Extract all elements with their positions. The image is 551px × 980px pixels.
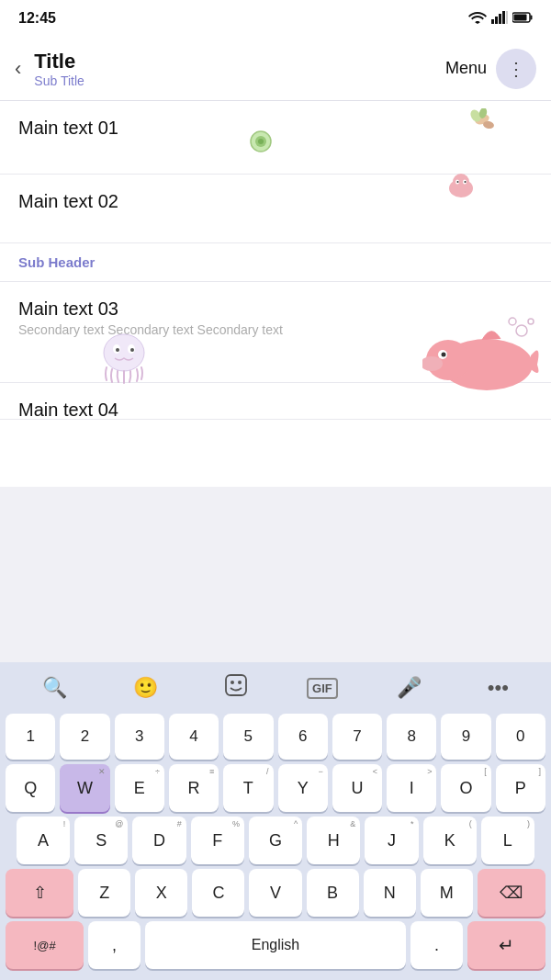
status-time: 12:45 xyxy=(18,10,56,27)
key-r[interactable]: R≡ xyxy=(169,764,219,812)
list-item-1[interactable]: Main text 01 xyxy=(0,101,551,175)
key-j[interactable]: J* xyxy=(365,817,418,864)
svg-point-23 xyxy=(128,344,135,354)
keyboard-container: 🔍 🙂 GIF 🎤 ••• 1 2 3 4 5 6 7 8 9 0 Q W✕ xyxy=(0,662,551,980)
key-s[interactable]: S@ xyxy=(74,817,128,864)
mic-toolbar-btn[interactable]: 🎤 xyxy=(389,672,429,704)
header-subtitle: Sub Title xyxy=(34,73,445,88)
key-y[interactable]: Y− xyxy=(278,764,328,812)
key-4[interactable]: 4 xyxy=(169,714,219,760)
sub-header: Sub Header xyxy=(0,243,551,282)
zxcv-row: ⇧ Z X C V B N M ⌫ xyxy=(0,869,551,917)
key-5[interactable]: 5 xyxy=(223,714,273,760)
svg-point-36 xyxy=(238,681,242,684)
list-item-1-text: Main text 01 xyxy=(18,118,533,139)
key-p[interactable]: P] xyxy=(496,764,545,812)
app-header: ‹ Title Sub Title Menu ⋮ xyxy=(0,37,551,101)
key-i[interactable]: I> xyxy=(387,764,436,812)
bottom-row: !@# , English . ↵ xyxy=(0,921,551,969)
key-3[interactable]: 3 xyxy=(115,714,164,760)
status-icons xyxy=(468,11,533,27)
key-o[interactable]: O[ xyxy=(441,764,490,812)
svg-rect-6 xyxy=(531,15,533,19)
qwerty-row: Q W✕ E÷ R≡ T/ Y− U< I> O[ P] xyxy=(0,764,551,812)
list-item-2[interactable]: Main text 02 xyxy=(0,175,551,243)
svg-point-25 xyxy=(130,348,134,352)
sticker-toolbar-btn[interactable] xyxy=(217,670,255,706)
space-key[interactable]: English xyxy=(145,921,406,969)
list-item-3[interactable]: Main text 03 Secondary text Secondary te… xyxy=(0,282,551,383)
key-8[interactable]: 8 xyxy=(387,714,436,760)
key-m[interactable]: M xyxy=(421,869,473,917)
svg-rect-3 xyxy=(502,11,505,24)
key-k[interactable]: K( xyxy=(423,817,477,864)
svg-point-18 xyxy=(463,180,467,185)
more-toolbar-btn[interactable]: ••• xyxy=(480,672,516,704)
key-v[interactable]: V xyxy=(249,869,301,917)
keyboard-toolbar: 🔍 🙂 GIF 🎤 ••• xyxy=(0,662,551,714)
svg-point-24 xyxy=(116,348,119,352)
asdf-row: A! S@ D# F% G^ H& J* K( L) xyxy=(0,817,551,864)
key-c[interactable]: C xyxy=(192,869,244,917)
sub-header-text: Sub Header xyxy=(18,254,533,270)
svg-point-16 xyxy=(453,174,469,190)
svg-point-22 xyxy=(113,344,120,354)
more-menu-button[interactable]: ⋮ xyxy=(496,49,536,89)
key-z[interactable]: Z xyxy=(78,869,130,917)
key-9[interactable]: 9 xyxy=(441,714,490,760)
back-button[interactable]: ‹ xyxy=(15,57,21,81)
key-w[interactable]: W✕ xyxy=(60,764,109,812)
key-n[interactable]: N xyxy=(364,869,416,917)
svg-point-21 xyxy=(104,334,144,371)
svg-rect-34 xyxy=(226,675,246,695)
list-item-4-text: Main text 04 xyxy=(18,400,533,420)
gif-toolbar-btn[interactable]: GIF xyxy=(307,678,338,699)
emoji-toolbar-btn[interactable]: 🙂 xyxy=(126,672,165,704)
key-f[interactable]: F% xyxy=(191,817,244,864)
content-area: Main text 01 Main text 02 xyxy=(0,101,551,487)
svg-point-17 xyxy=(455,180,459,185)
key-7[interactable]: 7 xyxy=(332,714,382,760)
list-item-3-secondary: Secondary text Secondary text Secondary … xyxy=(18,322,533,337)
battery-icon xyxy=(512,12,533,26)
header-title: Title xyxy=(34,50,445,73)
signal-icon xyxy=(491,11,508,27)
key-1[interactable]: 1 xyxy=(6,714,55,760)
key-l[interactable]: L) xyxy=(481,817,534,864)
shift-key[interactable]: ⇧ xyxy=(6,869,73,917)
key-h[interactable]: H& xyxy=(307,817,360,864)
svg-rect-7 xyxy=(514,14,527,20)
key-x[interactable]: X xyxy=(135,869,187,917)
list-item-4[interactable]: Main text 04 xyxy=(0,383,551,420)
key-d[interactable]: D# xyxy=(132,817,186,864)
comma-key[interactable]: , xyxy=(88,921,141,969)
number-row: 1 2 3 4 5 6 7 8 9 0 xyxy=(0,714,551,760)
svg-point-27 xyxy=(426,340,470,380)
svg-point-29 xyxy=(438,350,447,359)
svg-point-19 xyxy=(457,181,459,183)
key-b[interactable]: B xyxy=(307,869,359,917)
search-toolbar-btn[interactable]: 🔍 xyxy=(35,672,74,704)
header-title-block: Title Sub Title xyxy=(34,50,445,88)
key-t[interactable]: T/ xyxy=(223,764,273,812)
svg-point-30 xyxy=(442,353,446,357)
key-2[interactable]: 2 xyxy=(60,714,109,760)
period-key[interactable]: . xyxy=(410,921,463,969)
key-6[interactable]: 6 xyxy=(278,714,328,760)
svg-point-35 xyxy=(231,681,234,684)
key-g[interactable]: G^ xyxy=(249,817,302,864)
key-0[interactable]: 0 xyxy=(496,714,545,760)
key-a[interactable]: A! xyxy=(17,817,70,864)
header-actions: Menu ⋮ xyxy=(445,49,536,89)
symbols-key[interactable]: !@# xyxy=(6,921,84,969)
svg-rect-1 xyxy=(495,17,498,24)
key-q[interactable]: Q xyxy=(6,764,55,812)
key-e[interactable]: E÷ xyxy=(115,764,164,812)
menu-label[interactable]: Menu xyxy=(445,59,487,78)
svg-point-28 xyxy=(422,356,443,371)
key-u[interactable]: U< xyxy=(332,764,382,812)
svg-point-20 xyxy=(465,181,467,183)
enter-key[interactable]: ↵ xyxy=(467,921,545,969)
backspace-key[interactable]: ⌫ xyxy=(478,869,545,917)
list-item-3-text: Main text 03 xyxy=(18,299,533,320)
